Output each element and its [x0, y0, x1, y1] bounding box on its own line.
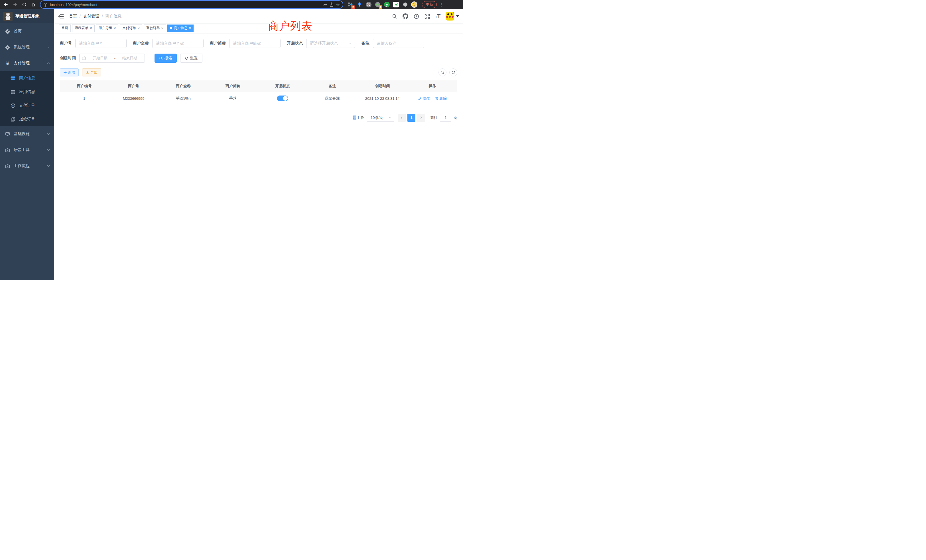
table-grid-icon	[11, 89, 15, 94]
command-extension-icon[interactable]: ⌘	[366, 2, 372, 8]
sidebar-item-pay-order[interactable]: ¥ 支付订单	[0, 98, 54, 112]
close-icon[interactable]	[138, 26, 140, 30]
close-icon[interactable]	[161, 26, 163, 30]
url-text: localhost:1024/pay/merchant	[50, 3, 97, 7]
grid-extension-icon[interactable]: 10	[347, 2, 354, 8]
prev-page-button[interactable]	[398, 114, 406, 122]
document-copy-icon	[11, 117, 15, 122]
chevron-down-icon	[456, 15, 459, 17]
filter-status: 开启状态 请选择开启状态	[287, 39, 355, 48]
close-icon[interactable]	[189, 26, 191, 30]
font-size-icon[interactable]	[435, 13, 440, 20]
svg-text:?: ?	[415, 15, 417, 18]
profile-avatar-icon[interactable]	[411, 2, 418, 8]
sidebar-item-app-info[interactable]: 应用信息	[0, 85, 54, 98]
extension-badge: 1	[378, 5, 382, 9]
y-extension-icon[interactable]: y	[384, 2, 390, 8]
search-button[interactable]: 搜索	[154, 54, 177, 63]
pagination-goto: 前往 页	[430, 114, 457, 122]
dot-extension-icon[interactable]: 1	[375, 2, 381, 8]
sidebar-item-refund-order[interactable]: 退款订单	[0, 112, 54, 126]
page-size-select[interactable]: 10条/页	[367, 114, 394, 122]
page-number-1[interactable]: 1	[407, 114, 415, 122]
reset-button[interactable]: 重置	[180, 54, 203, 63]
gear-icon	[5, 45, 10, 50]
merchant-no-input[interactable]	[75, 39, 127, 48]
key-icon[interactable]	[322, 2, 327, 7]
sidebar-item-workflow[interactable]: 工作流程	[0, 158, 54, 174]
dashboard-icon	[5, 29, 10, 34]
filter-create-time: 创建时间 开始日期 - 结束日期	[60, 54, 145, 63]
full-name-input[interactable]	[152, 39, 204, 48]
close-icon[interactable]	[90, 26, 92, 30]
app-logo-rabbit	[3, 12, 12, 21]
remark-input[interactable]	[373, 39, 424, 48]
sidebar-item-pay[interactable]: ¥ 支付管理	[0, 55, 54, 71]
chrome-menu-icon[interactable]	[439, 3, 443, 6]
browser-forward-icon[interactable]	[11, 1, 19, 8]
chevron-left-icon	[400, 117, 403, 119]
cell-status	[258, 92, 307, 105]
tab-user-group[interactable]: 用户分组	[96, 24, 119, 32]
chevron-down-icon	[47, 45, 50, 49]
goto-page-input[interactable]	[440, 114, 451, 122]
status-select[interactable]: 请选择开启状态	[306, 39, 355, 48]
hide-search-button[interactable]	[439, 68, 446, 76]
browser-reload-icon[interactable]	[21, 1, 28, 8]
browser-toolbar: localhost:1024/pay/merchant ☆ 10 ⌘	[0, 0, 463, 9]
github-icon[interactable]	[402, 14, 408, 19]
search-icon[interactable]	[392, 14, 398, 19]
tab-pay-order[interactable]: 支付订单	[120, 24, 142, 32]
edit-link[interactable]: 修改	[418, 96, 430, 101]
chevron-down-icon	[47, 148, 50, 152]
svg-text:¥: ¥	[12, 104, 14, 107]
chrome-update-button[interactable]: 更新	[422, 1, 437, 8]
sidebar-menu: 首页 系统管理 ¥ 支付管理	[0, 23, 54, 174]
chart-extension-icon[interactable]	[393, 2, 399, 8]
sidebar-fold-icon[interactable]	[58, 13, 64, 20]
next-page-button[interactable]	[417, 114, 425, 122]
help-icon[interactable]: ?	[413, 14, 419, 19]
share-icon[interactable]	[329, 2, 334, 7]
add-button[interactable]: 新增	[60, 68, 79, 76]
browser-home-icon[interactable]	[30, 1, 37, 8]
address-bar[interactable]: localhost:1024/pay/merchant ☆	[41, 1, 343, 8]
sidebar-item-home[interactable]: 首页	[0, 23, 54, 39]
sidebar-item-infra[interactable]: 基础设施	[0, 126, 54, 142]
breadcrumb-separator: /	[80, 14, 81, 18]
user-menu[interactable]	[446, 12, 459, 21]
tab-home[interactable]: 首页	[59, 24, 71, 32]
table-row: 1 M233666999 芋道源码 芋艿 我是备注 2021-10-23 08:…	[60, 92, 457, 105]
breadcrumb-home[interactable]: 首页	[69, 14, 77, 19]
status-toggle[interactable]	[277, 95, 288, 101]
plus-icon	[64, 71, 67, 74]
tab-merchant-info[interactable]: 商户信息	[167, 24, 194, 32]
tab-refund-order[interactable]: 退款订单	[144, 24, 166, 32]
cell-full-name: 芋道源码	[159, 92, 208, 105]
short-name-input[interactable]	[229, 39, 280, 48]
date-range-picker[interactable]: 开始日期 - 结束日期	[79, 54, 145, 63]
puzzle-extensions-icon[interactable]	[402, 2, 408, 8]
site-info-icon[interactable]	[43, 3, 48, 7]
close-icon[interactable]	[114, 26, 116, 30]
fullscreen-icon[interactable]	[424, 14, 430, 19]
chevron-up-icon	[47, 62, 50, 65]
end-date-placeholder: 结束日期	[117, 56, 142, 61]
tab-process-form[interactable]: 流程表单	[72, 24, 95, 32]
refresh-table-button[interactable]	[449, 68, 457, 76]
bookmark-star-icon[interactable]: ☆	[336, 3, 340, 7]
filter-row-2: 创建时间 开始日期 - 结束日期 搜索 重置	[60, 54, 457, 63]
export-button[interactable]: 导出	[82, 68, 101, 76]
browser-back-icon[interactable]	[2, 1, 10, 8]
sidebar-item-merchant-info[interactable]: 商户信息	[0, 71, 54, 85]
col-actions: 操作	[408, 80, 457, 92]
filter-label: 创建时间	[60, 56, 79, 61]
gem-extension-icon[interactable]	[356, 2, 363, 8]
sidebar-item-dev-tools[interactable]: 研发工具	[0, 142, 54, 158]
delete-link[interactable]: 删除	[435, 96, 447, 101]
col-full-name: 商户全称	[159, 80, 208, 92]
breadcrumb: 首页 / 支付管理 / 商户信息	[69, 14, 121, 19]
app-logo-row[interactable]: 芋道管理系统	[0, 9, 54, 23]
breadcrumb-pay[interactable]: 支付管理	[83, 14, 99, 19]
sidebar-item-system[interactable]: 系统管理	[0, 39, 54, 55]
